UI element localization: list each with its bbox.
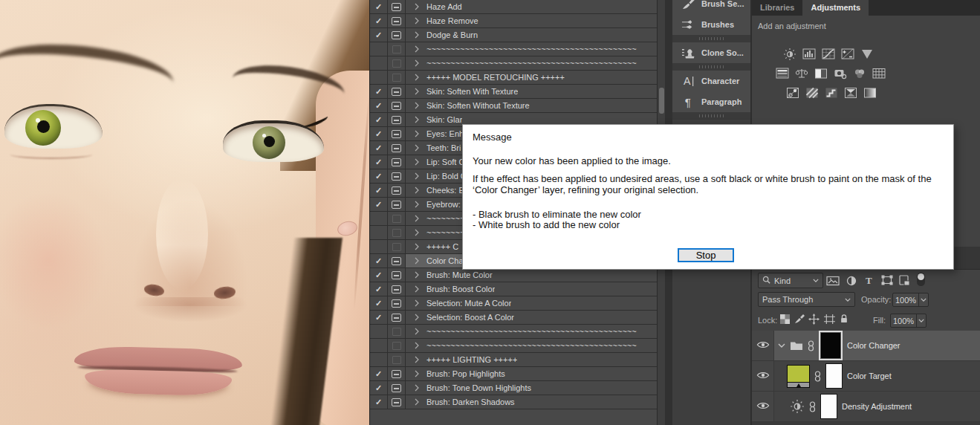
action-label[interactable]: Eyebrow:: [426, 200, 461, 209]
action-expand-chevron-icon[interactable]: [415, 130, 419, 137]
adjustment-curves-icon[interactable]: [822, 48, 835, 60]
action-check-icon[interactable]: ✓: [375, 31, 382, 39]
action-label[interactable]: ~~~~~~~~~~~~~~~~~~~~~~~~~~~~~~~~~~~~~~~~…: [426, 327, 637, 336]
action-expand-chevron-icon[interactable]: [415, 144, 419, 152]
action-expand-chevron-icon[interactable]: [415, 229, 419, 236]
action-modal-cell[interactable]: [388, 212, 406, 225]
action-row[interactable]: +++++ MODEL RETOUCHING +++++: [370, 71, 657, 85]
action-expand-chevron-icon[interactable]: [415, 116, 419, 123]
action-check-cell[interactable]: ✓: [370, 28, 388, 42]
action-check-icon[interactable]: ✓: [375, 172, 382, 181]
action-check-cell[interactable]: [370, 71, 388, 84]
action-modal-cell[interactable]: [388, 56, 406, 70]
lock-position-icon[interactable]: [808, 314, 820, 325]
action-modal-toggle-empty[interactable]: [392, 243, 401, 251]
action-expand-chevron-icon[interactable]: [415, 45, 419, 53]
action-modal-cell[interactable]: [388, 268, 406, 282]
action-check-icon[interactable]: ✓: [375, 88, 382, 96]
action-check-cell[interactable]: ✓: [370, 14, 388, 27]
action-expand-chevron-icon[interactable]: [415, 328, 419, 335]
action-check-cell[interactable]: [370, 42, 388, 56]
action-label[interactable]: Skin: Glar: [426, 115, 462, 124]
action-label[interactable]: ~~~~~~~~~~~~~~~~~~~~~~~~~~~~~~~~~~~~~~~~…: [426, 341, 637, 350]
action-modal-cell[interactable]: [388, 127, 406, 140]
action-modal-toggle-icon[interactable]: [392, 116, 401, 124]
action-label[interactable]: +++++ MODEL RETOUCHING +++++: [426, 73, 565, 82]
action-modal-toggle-icon[interactable]: [392, 186, 401, 195]
action-check-cell[interactable]: ✓: [370, 282, 388, 296]
action-label[interactable]: Teeth: Bri: [426, 143, 461, 152]
adjustment-color-balance-icon[interactable]: [795, 68, 808, 80]
action-expand-chevron-icon[interactable]: [415, 384, 419, 392]
action-check-cell[interactable]: [370, 226, 388, 239]
action-expand-chevron-icon[interactable]: [415, 59, 419, 67]
action-check-icon[interactable]: ✓: [375, 130, 382, 138]
layer-filter-shape-icon[interactable]: [881, 275, 893, 285]
layer-mask-thumbnail-white[interactable]: [820, 394, 837, 419]
action-check-cell[interactable]: ✓: [370, 99, 388, 112]
action-modal-toggle-empty[interactable]: [392, 45, 401, 53]
action-label[interactable]: Brush: Mute Color: [426, 270, 493, 279]
adjustment-brightness-contrast-icon[interactable]: [783, 48, 796, 60]
action-check-icon[interactable]: ✓: [375, 299, 382, 308]
lock-all-icon[interactable]: [840, 313, 848, 324]
action-modal-cell[interactable]: [388, 325, 406, 338]
action-check-cell[interactable]: ✓: [370, 296, 388, 310]
action-expand-chevron-icon[interactable]: [415, 243, 419, 250]
layer-mask-thumbnail-black[interactable]: [821, 333, 840, 358]
action-expand-chevron-icon[interactable]: [415, 186, 419, 194]
layer-filter-kind-dropdown[interactable]: Kind: [758, 273, 823, 288]
action-row[interactable]: ✓Haze Add: [370, 0, 657, 14]
adjustment-vibrance-icon[interactable]: [860, 48, 874, 60]
action-label[interactable]: Brush: Boost Color: [426, 285, 495, 293]
adjustment-posterize-icon[interactable]: [805, 87, 819, 99]
adjustment-photo-filter-icon[interactable]: [834, 68, 847, 80]
color-fill-thumbnail[interactable]: [787, 365, 810, 388]
action-row[interactable]: ✓Brush: Darken Shadows: [370, 395, 657, 409]
action-check-cell[interactable]: ✓: [370, 311, 388, 324]
group-expand-chevron-icon[interactable]: [778, 343, 785, 348]
action-expand-chevron-icon[interactable]: [415, 31, 419, 39]
action-expand-chevron-icon[interactable]: [415, 3, 419, 10]
action-modal-cell[interactable]: [388, 85, 406, 98]
action-row[interactable]: ✓Brush: Boost Color: [370, 282, 657, 296]
dock-button-brush-settings[interactable]: Brush Se...: [672, 0, 750, 14]
action-modal-cell[interactable]: [388, 311, 406, 324]
action-check-icon[interactable]: ✓: [375, 384, 382, 392]
action-row[interactable]: ✓Selection: Boost A Color: [370, 311, 657, 325]
action-check-cell[interactable]: [370, 353, 388, 366]
action-modal-cell[interactable]: [388, 353, 406, 366]
action-expand-chevron-icon[interactable]: [415, 201, 419, 208]
layer-mask-thumbnail-white[interactable]: [825, 363, 843, 389]
action-modal-toggle-icon[interactable]: [392, 102, 401, 110]
tab-libraries[interactable]: Libraries: [752, 0, 802, 16]
layer-filter-smart-object-icon[interactable]: [898, 275, 910, 285]
dock-button-paragraph[interactable]: ¶Paragraph: [672, 91, 750, 112]
action-modal-cell[interactable]: [388, 240, 406, 253]
layer-filter-type-icon[interactable]: T: [865, 275, 874, 285]
action-check-cell[interactable]: [370, 325, 388, 338]
action-modal-toggle-empty[interactable]: [392, 328, 401, 336]
mask-link-icon[interactable]: [814, 371, 821, 382]
action-label[interactable]: Cheeks: E: [426, 186, 464, 195]
action-check-cell[interactable]: ✓: [370, 113, 388, 126]
panel-group-divider[interactable]: [672, 35, 750, 42]
action-check-icon[interactable]: ✓: [375, 158, 382, 166]
action-check-icon[interactable]: ✓: [375, 3, 382, 11]
layer-visibility-toggle[interactable]: [752, 331, 774, 360]
action-modal-toggle-icon[interactable]: [392, 158, 401, 166]
adjustment-exposure-icon[interactable]: [841, 48, 854, 60]
action-row[interactable]: ✓Brush: Mute Color: [370, 268, 657, 282]
action-label[interactable]: Dodge & Burn: [426, 30, 478, 39]
panel-group-divider[interactable]: [672, 112, 750, 120]
layer-visibility-toggle[interactable]: [752, 361, 774, 391]
action-modal-cell[interactable]: [388, 42, 406, 56]
action-modal-toggle-icon[interactable]: [392, 257, 401, 265]
lock-pixels-icon[interactable]: [794, 314, 805, 324]
action-modal-cell[interactable]: [388, 395, 406, 409]
action-label[interactable]: Selection: Boost A Color: [426, 313, 514, 322]
dock-button-character[interactable]: ACharacter: [672, 71, 750, 91]
action-check-cell[interactable]: ✓: [370, 254, 388, 267]
action-label[interactable]: Haze Remove: [426, 16, 478, 25]
action-check-icon[interactable]: ✓: [375, 257, 382, 265]
